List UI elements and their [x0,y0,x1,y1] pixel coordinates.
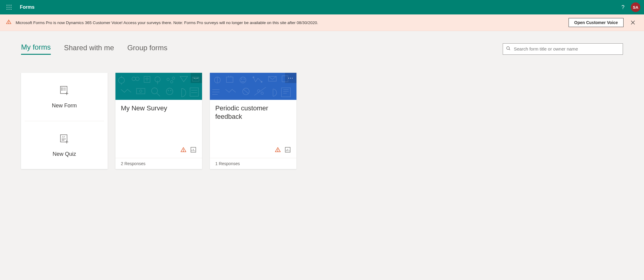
svg-rect-48 [190,88,198,96]
svg-line-14 [509,49,510,50]
new-item-card: New Form A+ New Quiz [21,73,108,169]
svg-point-8 [11,9,11,10]
svg-point-42 [152,88,158,94]
warning-icon [275,147,281,154]
main-scroll-area[interactable]: Microsoft Forms Pro is now Dynamics 365 … [0,14,644,280]
svg-point-45 [168,90,169,91]
search-input[interactable] [514,46,620,51]
pattern-icon [210,73,296,100]
open-customer-voice-button[interactable]: Open Customer Voice [569,18,624,27]
svg-point-6 [7,9,8,10]
form-card-body: My New Survey [115,100,202,158]
svg-point-0 [7,5,8,6]
avatar[interactable]: SA [631,2,640,12]
notification-banner: Microsoft Forms Pro is now Dynamics 365 … [0,14,644,31]
svg-point-52 [183,151,184,151]
tab-my-forms[interactable]: My forms [21,43,51,55]
svg-point-44 [166,88,173,95]
svg-point-38 [172,77,175,79]
svg-line-43 [157,93,160,96]
app-title: Forms [20,5,35,10]
form-responses-count: 2 Responses [115,158,202,169]
cards-grid: New Form A+ New Quiz [21,73,623,169]
analytics-icon [190,146,197,154]
search-icon [506,46,511,52]
new-form-button[interactable]: New Form [21,73,108,121]
app-launcher-icon[interactable] [4,2,14,13]
svg-point-36 [167,78,169,81]
svg-point-16 [62,88,62,88]
close-icon[interactable] [628,17,638,28]
svg-point-41 [140,90,142,92]
waffle-icon [6,5,12,10]
svg-point-66 [261,81,262,82]
form-card-header: ⋯ [115,73,202,100]
new-quiz-button[interactable]: A+ New Quiz [21,121,108,169]
new-quiz-label: New Quiz [53,151,76,157]
svg-point-4 [9,7,10,8]
svg-point-18 [62,90,62,90]
svg-rect-59 [226,77,233,82]
new-form-label: New Form [52,103,77,109]
form-title: My New Survey [121,104,197,112]
tab-shared-with-me[interactable]: Shared with me [64,44,114,54]
svg-point-63 [241,79,242,79]
new-quiz-icon: A+ [58,133,70,146]
form-card[interactable]: ⋯ My New Survey [115,73,202,169]
main-content: My forms Shared with me Group forms [0,31,644,272]
svg-text:A+: A+ [62,135,65,138]
warning-icon [180,147,186,154]
tab-group-forms[interactable]: Group forms [127,44,167,54]
svg-point-46 [170,90,171,91]
svg-point-73 [261,92,263,94]
banner-text: Microsoft Forms Pro is now Dynamics 365 … [16,20,564,25]
svg-point-2 [11,5,11,6]
form-responses-count: 1 Responses [210,158,296,169]
tabs-row: My forms Shared with me Group forms [21,43,623,55]
svg-point-1 [9,5,10,6]
svg-point-81 [278,151,278,151]
svg-rect-40 [136,88,145,94]
svg-point-65 [253,77,254,78]
more-icon[interactable]: ⋯ [285,73,296,83]
pattern-icon [115,73,202,100]
form-card[interactable]: ⋯ Periodic customer feedback [210,73,296,169]
svg-point-13 [507,47,509,49]
svg-point-5 [11,7,11,8]
search-box[interactable] [503,43,623,55]
svg-point-10 [8,23,9,23]
svg-point-28 [118,77,124,83]
svg-point-7 [9,9,10,10]
warning-icon [6,19,11,26]
form-card-header: ⋯ [210,73,296,100]
form-card-body: Periodic customer feedback [210,100,296,158]
app-header: Forms ? SA [0,0,644,14]
svg-point-3 [7,7,8,8]
help-icon[interactable]: ? [618,2,628,13]
more-icon[interactable]: ⋯ [191,73,202,83]
svg-point-64 [244,79,244,79]
svg-point-37 [170,81,173,83]
svg-line-74 [254,87,266,95]
new-form-icon [58,85,70,98]
form-status-icons [121,146,197,158]
svg-rect-76 [281,88,290,97]
form-status-icons [215,146,291,158]
form-title: Periodic customer feedback [215,104,291,121]
analytics-icon [284,146,291,154]
svg-point-62 [240,77,246,83]
